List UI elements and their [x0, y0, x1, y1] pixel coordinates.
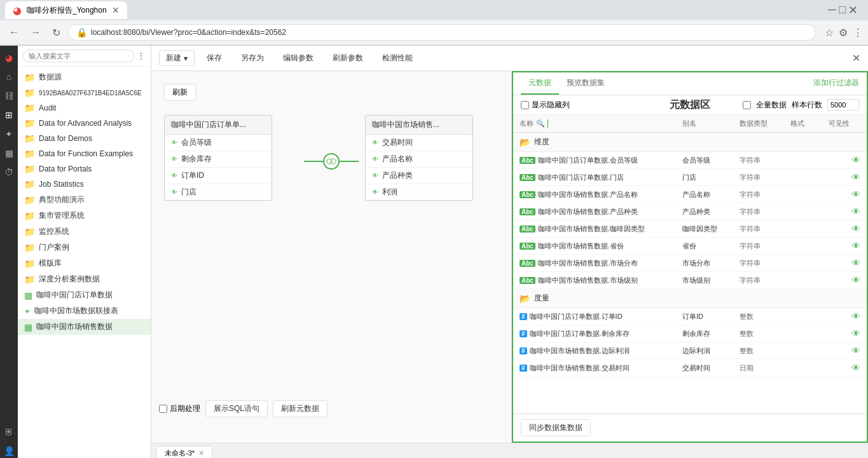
app-layout: ◕ ⌂ ⛓ ⊞ ✦ ▦ ⏱ ⛨ 👤 ⋮ 📁 数据源 📁 9192BA8A027F…	[0, 46, 868, 458]
eye-icon[interactable]: 👁	[851, 328, 860, 339]
add-filter-button[interactable]: 添加行过滤器	[813, 72, 859, 95]
table-row[interactable]: # 咖啡中国市场销售数据.交易时间 交易时间 日期 👁	[513, 360, 867, 377]
close-panel-button[interactable]: ✕	[852, 52, 860, 64]
join-badge[interactable]	[323, 153, 340, 170]
reload-button[interactable]: ↻	[48, 25, 64, 40]
table-field-item[interactable]: 👁 产品种类	[366, 168, 472, 184]
table-row[interactable]: Abc 咖啡中国门店订单数据.会员等级 会员等级 字符串 👁	[513, 152, 867, 169]
sidebar-item-market[interactable]: ▦ 咖啡中国市场销售数据	[18, 319, 151, 335]
show-sql-button[interactable]: 展示SQL语句	[205, 400, 268, 417]
type-badge: Abc	[520, 157, 535, 164]
save-button[interactable]: 保存	[200, 50, 229, 66]
minimize-button[interactable]: ─	[828, 3, 836, 17]
sidebar-item-datasource[interactable]: 📁 数据源	[18, 69, 151, 85]
sidebar-item-portals[interactable]: 📁 Data for Portals	[18, 161, 151, 177]
eye-icon[interactable]: 👁	[851, 346, 860, 356]
close-button[interactable]: ✕	[848, 3, 858, 17]
sample-rows-input[interactable]	[827, 99, 859, 111]
eye-icon[interactable]: 👁	[851, 275, 860, 285]
address-bar[interactable]: 🔒 localhost:8080/bi/Viewer?proc=0&action…	[68, 24, 816, 41]
table-row[interactable]: Abc 咖啡中国门店订单数据.门店 门店 字符串 👁	[513, 169, 867, 186]
sidebar-item-join[interactable]: ⚭ 咖啡中国市场数据联接表	[18, 303, 151, 319]
rail-link-icon[interactable]: ⛓	[2, 89, 16, 103]
col-header-format: 格式	[790, 119, 829, 128]
table-row[interactable]: Abc 咖啡中国市场销售数据.市场分布 市场分布 字符串 👁	[513, 255, 867, 272]
bottom-tab-unnamed[interactable]: 未命名-3* ✕	[156, 446, 212, 458]
sidebar-menu-icon[interactable]: ⋮	[137, 51, 146, 61]
sidebar-item-deepanalysis[interactable]: 📁 深度分析案例数据	[18, 271, 151, 287]
check-perf-button[interactable]: 检测性能	[375, 50, 420, 66]
tab-metadata[interactable]: 元数据	[521, 72, 559, 95]
row-name: Abc 咖啡中国门店订单数据.门店	[520, 173, 682, 182]
rail-home-icon[interactable]: ⌂	[2, 70, 16, 84]
restore-button[interactable]: □	[839, 3, 846, 17]
type-badge: Abc	[520, 191, 535, 198]
bookmark-star-icon[interactable]: ☆	[825, 27, 834, 39]
rail-chart-icon[interactable]: ▦	[2, 146, 16, 160]
eye-icon[interactable]: 👁	[851, 155, 860, 165]
table-field-item[interactable]: 👁 会员等级	[165, 135, 272, 151]
table-field-item[interactable]: 👁 产品名称	[366, 151, 472, 168]
refresh-params-button[interactable]: 刷新参数	[326, 50, 370, 66]
table-row[interactable]: # 咖啡中国市场销售数据.边际利润 边际利润 整数 👁	[513, 342, 867, 360]
back-button[interactable]: ←	[5, 25, 23, 39]
table-row[interactable]: Abc 咖啡中国市场销售数据.咖啡因类型 咖啡因类型 字符串 👁	[513, 220, 867, 238]
table-field-item[interactable]: 👁 交易时间	[366, 135, 472, 151]
table-row[interactable]: Abc 咖啡中国市场销售数据.产品种类 产品种类 字符串 👁	[513, 203, 867, 220]
refresh-canvas-button[interactable]: 刷新	[164, 84, 196, 101]
sidebar-item-demos[interactable]: 📁 Data for Demos	[18, 131, 151, 146]
eye-icon[interactable]: 👁	[851, 206, 860, 217]
save-as-button[interactable]: 另存为	[234, 50, 271, 66]
new-button[interactable]: 新建 ▾	[159, 50, 195, 66]
eye-icon[interactable]: 👁	[851, 311, 860, 321]
tab-close-button[interactable]: ✕	[112, 5, 120, 15]
sidebar-item-uuid[interactable]: 📁 9192BA8A027F6371B4ED18A5C6E	[18, 85, 151, 100]
post-process-checkbox[interactable]	[159, 405, 167, 413]
sidebar-item-function[interactable]: 📁 Data for Function Examples	[18, 146, 151, 161]
extensions-icon[interactable]: ⚙	[839, 27, 848, 39]
sidebar-item-jobstats[interactable]: 📁 Job Statistics	[18, 177, 151, 192]
table-row[interactable]: Abc 咖啡中国市场销售数据.省份 省份 字符串 👁	[513, 238, 867, 255]
full-data-checkbox[interactable]	[743, 101, 751, 109]
eye-icon[interactable]: 👁	[851, 172, 860, 182]
table-field-item[interactable]: 👁 剩余库存	[165, 151, 272, 168]
rail-shield-icon[interactable]: ⛨	[2, 425, 16, 439]
sidebar-item-monitor[interactable]: 📁 监控系统	[18, 224, 151, 239]
table-row[interactable]: Abc 咖啡中国市场销售数据.产品名称 产品名称 字符串 👁	[513, 186, 867, 203]
sidebar-item-template[interactable]: 📁 模版库	[18, 255, 151, 271]
table-row[interactable]: Abc 咖啡中国市场销售数据.市场级别 市场级别 字符串 👁	[513, 272, 867, 289]
sidebar-item-audit[interactable]: 📁 Audit	[18, 100, 151, 116]
eye-icon[interactable]: 👁	[851, 241, 860, 251]
eye-icon[interactable]: 👁	[851, 258, 860, 268]
search-input[interactable]	[23, 50, 134, 62]
bottom-tab-close-icon[interactable]: ✕	[198, 449, 204, 457]
eye-icon[interactable]: 👁	[851, 224, 860, 234]
eye-icon[interactable]: 👁	[851, 363, 860, 373]
table-field-item[interactable]: 👁 订单ID	[165, 168, 272, 184]
edit-params-button[interactable]: 编辑参数	[276, 50, 320, 66]
rail-star-icon[interactable]: ✦	[2, 127, 16, 141]
browser-tab[interactable]: ◕ 咖啡分析报告_Yonghon ✕	[5, 1, 127, 19]
refresh-meta-button[interactable]: 刷新元数据	[273, 400, 327, 417]
tab-preview[interactable]: 预览数据集	[559, 72, 612, 95]
table-row[interactable]: # 咖啡中国门店订单数据.剩余库存 剩余库存 整数 👁	[513, 325, 867, 342]
forward-button[interactable]: →	[27, 25, 45, 39]
rail-person-icon[interactable]: 👤	[2, 444, 16, 458]
sidebar-item-portal[interactable]: 📁 门户案例	[18, 239, 151, 255]
sidebar-item-typical[interactable]: 📁 典型功能演示	[18, 192, 151, 208]
sidebar-item-cluster[interactable]: 📁 集市管理系统	[18, 208, 151, 224]
eye-icon[interactable]: 👁	[851, 189, 860, 199]
show-hidden-checkbox[interactable]	[521, 101, 529, 109]
menu-icon[interactable]: ⋮	[853, 27, 863, 39]
table-row[interactable]: # 咖啡中国门店订单数据.订单ID 订单ID 整数 👁	[513, 308, 867, 325]
rail-clock-icon[interactable]: ⏱	[2, 165, 16, 179]
table-field-item[interactable]: 👁 利润	[366, 184, 472, 200]
sidebar-item-orders[interactable]: ▦ 咖啡中国门店订单数据	[18, 287, 151, 303]
tables-container: 咖啡中国门店订单单... 👁 会员等级 👁 剩余库存 👁 订单ID	[164, 109, 499, 207]
table-field-item[interactable]: 👁 门店	[165, 184, 272, 200]
folder-icon: 📁	[24, 274, 35, 285]
sidebar-item-advanced[interactable]: 📁 Data for Advanced Analysis	[18, 116, 151, 131]
rail-grid-icon[interactable]: ⊞	[2, 108, 16, 122]
search-name-icon[interactable]: 🔍	[536, 119, 545, 128]
sync-dataset-button[interactable]: 同步数据集数据	[521, 419, 591, 436]
